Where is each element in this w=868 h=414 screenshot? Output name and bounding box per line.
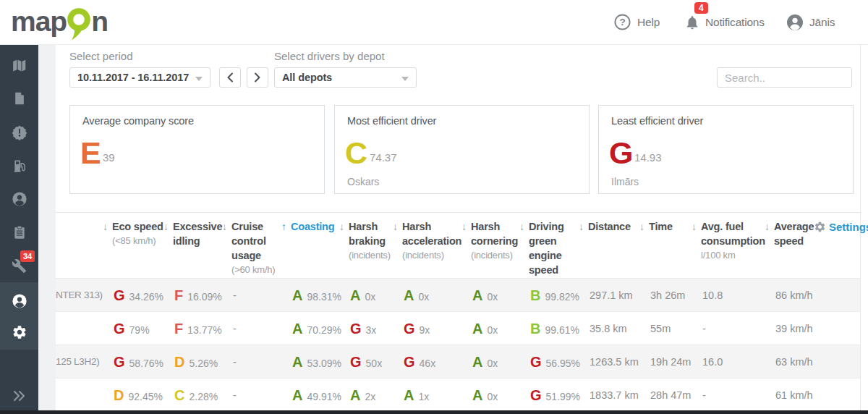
sidebar-item-map[interactable] <box>0 48 38 82</box>
column-header-distance[interactable]: ↓Distance <box>588 219 643 234</box>
grade-value: 56.95% <box>546 358 580 369</box>
notifications-label: Notifications <box>705 16 765 29</box>
column-header-avg-fuel-consumption[interactable]: ↓Avg. fuel consumptionl/100 km <box>701 219 767 262</box>
grade-value: 98.31% <box>307 291 341 303</box>
grade-letter: A <box>292 321 302 337</box>
column-title: Excessive idling <box>173 221 222 247</box>
sidebar-item-tasks[interactable] <box>0 216 38 249</box>
sort-down-icon: ↓ <box>639 219 644 234</box>
next-period-button[interactable] <box>247 67 268 88</box>
document-icon <box>12 91 27 106</box>
column-header-cruise-control-usage[interactable]: ↓Cruise control usage(>60 km/h) <box>231 219 284 276</box>
grade-letter: A <box>292 387 302 403</box>
grade-value: 49.91% <box>307 391 341 402</box>
cruise-control-usage-cell: - <box>233 312 237 345</box>
grade-letter: B <box>530 321 540 337</box>
column-header-time[interactable]: ↓Time <box>649 219 694 234</box>
search-input[interactable] <box>725 72 868 84</box>
grade-value: 0x <box>487 391 498 402</box>
card-least-efficient-driver: Least efficient driver G 14.93 Ilmārs <box>598 105 854 194</box>
sidebar-item-documents[interactable] <box>0 82 38 115</box>
grade-value: 79% <box>129 324 150 336</box>
user-avatar-icon[interactable] <box>786 14 804 31</box>
sort-down-icon: ↓ <box>103 219 108 234</box>
sidebar-expand-button[interactable] <box>0 379 38 413</box>
sort-down-icon: ↓ <box>339 219 344 234</box>
column-header-average-speed[interactable]: ↓Average speed <box>774 219 816 248</box>
column-title: Driving green engine speed <box>529 221 564 276</box>
column-header-harsh-braking[interactable]: ↓Harsh braking(incidents) <box>349 219 395 262</box>
grade-value: 53.09% <box>307 358 341 369</box>
harsh-cornering-cell: A0x <box>472 279 498 312</box>
harsh-braking-cell: A2x <box>350 379 375 410</box>
grade-letter: G <box>114 321 125 337</box>
harsh-acceleration-cell: G9x <box>404 312 430 345</box>
harsh-acceleration-cell: A0x <box>404 279 429 312</box>
user-menu[interactable]: Jānis <box>809 0 835 45</box>
depot-select[interactable]: All depots <box>274 67 417 88</box>
previous-period-button[interactable] <box>219 67 241 88</box>
settings-label: Settings <box>829 221 868 233</box>
harsh-cornering-cell: A0x <box>472 312 498 345</box>
table-row[interactable]: 125 L3H2)G58.76%D5.26%-A53.09%G50xG46xA0… <box>56 345 860 378</box>
column-title: Distance <box>588 221 631 232</box>
table-row[interactable]: G79%F13.77%-A70.29%G3xG9xA0xB99.61%35.8 … <box>56 311 860 345</box>
table-row[interactable]: D92.45%C2.28%-A49.91%A2xA1xA0xG51.99%183… <box>56 378 860 410</box>
excessive-idling-cell: D5.26% <box>174 345 218 379</box>
grade-letter: D <box>114 387 124 403</box>
grade-value: 16.09% <box>187 291 221 303</box>
grade-value: 99.61% <box>545 324 579 336</box>
column-subtitle: (>60 km/h) <box>231 263 284 276</box>
harsh-acceleration-cell: A1x <box>404 379 429 410</box>
grade-letter: C <box>174 387 184 403</box>
notifications-menu[interactable]: Notifications <box>705 0 765 45</box>
column-subtitle: (<85 km/h) <box>112 234 169 248</box>
chevron-right-icon <box>254 72 261 83</box>
column-header-eco-speed[interactable]: ↓Eco speed(<85 km/h) <box>112 219 169 248</box>
card-title: Most efficient driver <box>347 115 436 127</box>
avg-fuel-consumption-cell: - <box>702 312 706 345</box>
column-subtitle: (incidents) <box>402 248 464 262</box>
period-value: 10.11.2017 - 16.11.2017 <box>77 72 189 83</box>
cruise-control-usage-cell: - <box>233 345 237 379</box>
column-title: Eco speed <box>112 221 163 232</box>
time-cell: 55m <box>650 312 671 345</box>
help-menu[interactable]: Help <box>637 0 660 45</box>
cruise-control-usage-cell: - <box>233 279 237 312</box>
driving-green-engine-speed-cell: G56.95% <box>530 345 580 379</box>
sort-down-icon: ↓ <box>579 219 584 234</box>
distance-cell: 297.1 km <box>590 279 633 312</box>
column-title: Cruise control usage <box>231 221 266 261</box>
coasting-cell: A70.29% <box>292 312 341 345</box>
excessive-idling-cell: F13.77% <box>174 312 222 345</box>
driving-green-engine-speed-cell: B99.82% <box>530 279 579 312</box>
card-title: Least efficient driver <box>611 115 703 127</box>
table-row[interactable]: NTER 313)G34.26%F16.09%-A98.31%A0xA0xA0x… <box>56 278 860 311</box>
sidebar-item-alerts[interactable] <box>0 116 38 149</box>
column-title: Harsh braking <box>349 221 386 247</box>
grade-letter: A <box>404 387 414 403</box>
column-header-harsh-cornering[interactable]: ↓Harsh cornering(incidents) <box>471 219 523 262</box>
eco-speed-cell: G79% <box>114 312 150 345</box>
column-header-harsh-acceleration[interactable]: ↓Harsh acceleration(incidents) <box>402 219 464 262</box>
sidebar-item-drivers[interactable] <box>0 182 38 216</box>
grade-value: 3x <box>366 324 377 336</box>
grade-letter: A <box>292 287 302 303</box>
sidebar-item-account[interactable] <box>0 284 38 318</box>
grade-value: 13.77% <box>187 324 221 336</box>
grade-value: 70.29% <box>307 324 341 336</box>
table-settings-link[interactable]: Settings <box>814 219 868 234</box>
sidebar: 34 <box>0 45 38 414</box>
period-select[interactable]: 10.11.2017 - 16.11.2017 <box>69 67 210 88</box>
column-header-excessive-idling[interactable]: ↓Excessive idling <box>173 219 225 248</box>
sort-down-icon: ↓ <box>222 219 227 234</box>
sidebar-item-fuel[interactable] <box>0 149 38 182</box>
column-header-coasting[interactable]: ↑Coasting <box>291 219 341 234</box>
top-bar: map n ? Help 4 Notifications <box>0 0 868 45</box>
bell-icon[interactable] <box>684 14 700 30</box>
sidebar-item-settings[interactable] <box>0 316 38 349</box>
column-header-driving-green-engine-speed[interactable]: ↓Driving green engine speed <box>529 219 574 277</box>
help-icon[interactable]: ? <box>614 14 631 30</box>
eco-speed-cell: G34.26% <box>114 279 163 312</box>
grade-value: 0x <box>487 324 498 336</box>
